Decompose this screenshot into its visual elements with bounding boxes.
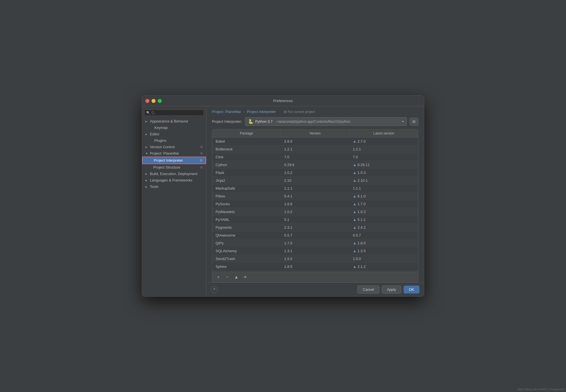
gear-button[interactable]: ⚙ [410,118,418,126]
copy-icon: ⊞ [200,166,203,169]
cell-package: Bottleneck [212,145,281,153]
upgrade-arrow-icon: ▲ [353,225,357,230]
sidebar-item-label: Tools [150,185,158,189]
cell-version: 1.6.8 [281,200,349,208]
sidebar-item-version-control[interactable]: ▶ Version Control ⊞ [142,144,206,150]
sidebar-item-label: Version Control [150,145,175,149]
cell-package: Click [212,153,281,161]
table-row[interactable]: Jinja22.10▲2.10.1 [212,177,418,185]
sidebar-item-label: Build, Execution, Deployment [150,172,197,176]
cell-latest: ▲2.7.0 [350,138,418,145]
remove-package-button[interactable]: − [224,274,231,280]
minimize-button[interactable] [152,99,155,103]
table-row[interactable]: PyYAML5.1▲5.1.1 [212,216,418,224]
interpreter-label: Project Interpreter: [212,119,242,124]
table-header: Package Version Latest version [212,129,418,138]
search-icon: 🔍 [146,111,150,115]
cell-version: 1.0.2 [281,208,349,216]
table-row[interactable]: Send2Trash1.5.01.5.0 [212,255,418,263]
cell-package: QtAwesome [212,232,281,239]
cell-package: PyWavelets [212,208,281,216]
cell-version: 5.4.1 [281,192,349,200]
header-latest: Latest version [350,129,418,137]
upgrade-arrow-icon: ▲ [353,210,357,214]
table-row[interactable]: QtPy1.7.0▲1.8.0 [212,239,418,247]
titlebar: Preferences [142,96,424,106]
cancel-button[interactable]: Cancel [357,285,379,294]
search-box[interactable]: 🔍 [144,110,204,116]
table-row[interactable]: MarkupSafe1.1.11.1.1 [212,185,418,192]
interpreter-path: ~/anaconda3/python.app/Contents/MacOS/py… [276,120,351,124]
interpreter-select[interactable]: 🐍 Python 3.7 ~/anaconda3/python.app/Cont… [245,117,407,126]
table-row[interactable]: PyWavelets1.0.2▲1.0.3 [212,208,418,216]
table-row[interactable]: PySocks1.6.8▲1.7.0 [212,200,418,208]
table-row[interactable]: Pillow5.4.1▲6.1.0 [212,192,418,200]
show-package-button[interactable]: 👁 [242,274,249,280]
for-current-label: ⊞ For current project [284,110,315,114]
cell-package: SQLAlchemy [212,247,281,255]
close-button[interactable] [145,99,149,103]
sidebar-item-build-execution[interactable]: ▶ Build, Execution, Deployment [142,171,206,177]
sidebar-item-project-planewar[interactable]: ▼ Project: PlaneWar ⊞ [142,150,206,157]
search-input[interactable] [152,111,202,115]
ok-button[interactable]: OK [404,285,419,294]
table-row[interactable]: SQLAlchemy1.3.1▲1.3.5 [212,247,418,255]
sidebar-item-tools[interactable]: ▶ Tools [142,183,206,190]
cell-package: QtPy [212,239,281,247]
cell-package: Cython [212,161,281,169]
sidebar-item-editor[interactable]: ▶ Editor [142,131,206,137]
sidebar-item-project-structure[interactable]: Project Structure ⊞ [142,164,206,171]
copy-icon: ⊞ [200,159,202,162]
expand-arrow: ▶ [145,120,148,123]
sidebar-item-label: Keymap [154,126,168,130]
add-package-button[interactable]: + [215,274,222,280]
sidebar-item-plugins[interactable]: ▶ Plugins [142,137,206,144]
cell-version: 0.29.6 [281,161,349,169]
upgrade-arrow-icon: ▲ [353,249,357,253]
sidebar-item-languages-frameworks[interactable]: ▶ Languages & Frameworks [142,177,206,183]
action-buttons: Cancel Apply OK [357,285,419,294]
preferences-window: Preferences 🔍 ▶ Appearance & Behavior ▶ … [142,95,424,297]
cell-package: Send2Trash [212,255,281,263]
upgrade-package-button[interactable]: ▲ [233,274,240,280]
cell-latest: 1.5.0 [350,255,418,263]
cell-version: 1.1.1 [281,185,349,192]
table-row[interactable]: Click7.07.0 [212,153,418,161]
table-row[interactable]: Cython0.29.6▲0.29.11 [212,161,418,169]
cell-latest: 0.5.7 [350,232,418,239]
cell-version: 2.6.0 [281,138,349,145]
breadcrumb-page: Project Interpreter [247,110,276,114]
cell-latest: 7.0 [350,153,418,161]
expand-arrow: ▶ [145,173,148,175]
cell-latest: ▲1.0.3 [350,169,418,176]
packages-table: Package Version Latest version Babel2.6.… [212,129,418,282]
cell-version: 1.2.1 [281,145,349,153]
cell-latest: ▲1.8.0 [350,239,418,247]
interpreter-version: Python 3.7 [255,119,273,124]
upgrade-arrow-icon: ▲ [353,194,357,198]
expand-arrow: ▼ [145,152,148,155]
table-row[interactable]: Flask1.0.2▲1.0.3 [212,169,418,177]
table-row[interactable]: Sphinx1.8.5▲2.1.2 [212,263,418,271]
table-row[interactable]: Bottleneck1.2.11.2.1 [212,145,418,153]
cell-version: 1.3.1 [281,247,349,255]
table-row[interactable]: Pygments2.3.1▲2.4.2 [212,224,418,232]
window-title: Preferences [273,99,293,103]
expand-arrow: ▶ [145,185,148,188]
cell-latest: 1.1.1 [350,185,418,192]
table-row[interactable]: Babel2.6.0▲2.7.0 [212,138,418,145]
maximize-button[interactable] [158,99,162,103]
cell-version: 1.0.2 [281,169,349,176]
window-controls [145,99,162,103]
sidebar-item-keymap[interactable]: ▶ Keymap [142,124,206,131]
sidebar-item-appearance-behavior[interactable]: ▶ Appearance & Behavior [142,118,206,124]
sidebar-item-project-interpreter[interactable]: Project Interpreter ⊞ [142,157,206,164]
help-button[interactable]: ? [211,286,218,293]
breadcrumb-arrow: › [243,110,244,114]
chevron-down-icon: ▾ [402,120,404,123]
table-row[interactable]: QtAwesome0.5.70.5.7 [212,232,418,239]
apply-button[interactable]: Apply [382,285,402,294]
cell-version: 2.3.1 [281,224,349,231]
copy-icon-small: ⊞ [284,110,287,114]
cell-latest: ▲5.1.1 [350,216,418,223]
